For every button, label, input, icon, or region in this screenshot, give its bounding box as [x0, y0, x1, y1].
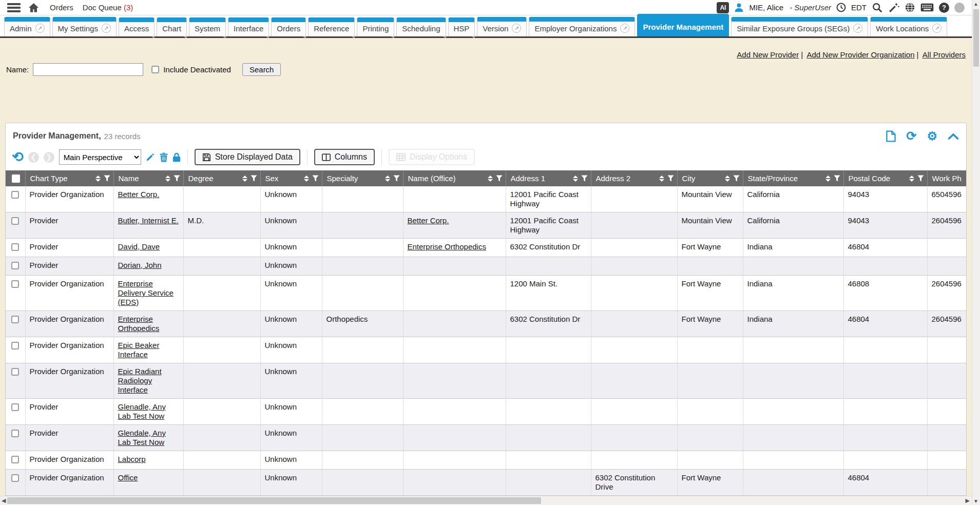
all-providers-link[interactable]: All Providers	[923, 50, 966, 59]
filter-funnel-icon[interactable]	[667, 175, 674, 182]
col-sex[interactable]: Sex	[260, 170, 322, 186]
provider-name-link[interactable]: Glendale, Any Lab Test Now	[118, 429, 166, 446]
help-icon[interactable]: ?	[939, 3, 949, 13]
scroll-right-icon[interactable]: ▶	[966, 497, 970, 504]
sort-icon[interactable]	[304, 176, 309, 182]
tab-version[interactable]: Version↗	[477, 17, 527, 36]
sort-icon[interactable]	[659, 176, 664, 182]
provider-name-link[interactable]: Enterprise Orthopedics	[118, 315, 160, 333]
row-checkbox[interactable]	[11, 243, 19, 251]
filter-funnel-icon[interactable]	[581, 175, 588, 182]
external-link-icon[interactable]: ↗	[932, 24, 941, 33]
filter-funnel-icon[interactable]	[393, 175, 400, 182]
filter-funnel-icon[interactable]	[834, 175, 840, 182]
row-checkbox[interactable]	[11, 430, 19, 437]
col-postal-code[interactable]: Postal Code	[843, 170, 927, 186]
filter-funnel-icon[interactable]	[312, 175, 319, 182]
vertical-scrollbar[interactable]: ▲ ▼	[972, 0, 980, 505]
nav-doc-queue[interactable]: Doc Queue (3)	[83, 3, 133, 12]
provider-name-link[interactable]: Butler, Internist E.	[118, 216, 179, 225]
col-address1[interactable]: Address 1	[506, 170, 591, 186]
tab-printing[interactable]: Printing	[357, 17, 394, 36]
history-back-icon[interactable]: ❮	[28, 152, 39, 163]
provider-name-link[interactable]: Enterprise Delivery Service (EDS)	[118, 279, 174, 306]
filter-funnel-icon[interactable]	[496, 175, 503, 182]
office-name-link[interactable]: Enterprise Orthopedics	[408, 242, 486, 251]
sort-icon[interactable]	[825, 176, 831, 182]
history-forward-icon[interactable]: ❯	[44, 152, 54, 163]
delete-trash-icon[interactable]	[160, 152, 168, 162]
sort-icon[interactable]	[573, 176, 578, 182]
col-specialty[interactable]: Specialty	[322, 170, 403, 186]
external-link-icon[interactable]: ↗	[102, 24, 111, 33]
edit-pencil-icon[interactable]	[146, 152, 155, 162]
provider-name-link[interactable]: Dorian, John	[118, 261, 162, 269]
tab-admin[interactable]: Admin↗	[4, 17, 50, 36]
row-checkbox[interactable]	[11, 217, 19, 225]
tab-hsp[interactable]: HSP	[448, 17, 475, 36]
tab-reference[interactable]: Reference	[308, 17, 355, 36]
sort-icon[interactable]	[725, 176, 730, 182]
new-document-icon[interactable]	[886, 130, 896, 142]
sort-icon[interactable]	[95, 176, 101, 182]
tab-work-locations[interactable]: Work Locations↗	[870, 17, 947, 36]
provider-name-link[interactable]: Epic Radiant Radiology Interface	[118, 367, 162, 394]
col-name[interactable]: Name	[113, 170, 183, 186]
clock-icon[interactable]	[836, 3, 846, 12]
filter-funnel-icon[interactable]	[917, 175, 924, 182]
tab-employer-organizations[interactable]: Employer Organizations↗	[529, 17, 635, 36]
row-checkbox[interactable]	[11, 403, 19, 411]
row-checkbox[interactable]	[11, 262, 19, 269]
nav-orders[interactable]: Orders	[50, 3, 73, 12]
tab-interface[interactable]: Interface	[228, 17, 269, 36]
external-link-icon[interactable]: ↗	[512, 24, 521, 33]
avatar[interactable]	[954, 3, 965, 13]
user-name[interactable]: MIE, Alice	[749, 3, 783, 12]
col-chart-type[interactable]: Chart Type	[25, 170, 113, 186]
tab-orders[interactable]: Orders	[271, 17, 306, 36]
tab-provider-management[interactable]: Provider Management	[637, 14, 729, 36]
magic-wand-icon[interactable]	[888, 2, 899, 13]
row-checkbox[interactable]	[11, 456, 19, 463]
keyboard-icon[interactable]	[920, 3, 934, 12]
sort-icon[interactable]	[165, 176, 170, 182]
filter-funnel-icon[interactable]	[174, 175, 180, 182]
external-link-icon[interactable]: ↗	[853, 24, 862, 33]
sort-icon[interactable]	[242, 176, 247, 182]
provider-name-link[interactable]: Office	[118, 473, 138, 482]
tab-system[interactable]: System	[189, 17, 226, 36]
search-button[interactable]: Search	[242, 63, 281, 76]
select-all-checkbox[interactable]	[12, 174, 20, 183]
sort-icon[interactable]	[488, 176, 493, 182]
store-displayed-data-button[interactable]: Store Displayed Data	[195, 149, 300, 165]
filter-funnel-icon[interactable]	[104, 175, 110, 182]
scroll-down-icon[interactable]: ▼	[973, 498, 978, 504]
col-degree[interactable]: Degree	[183, 170, 260, 186]
gear-icon[interactable]: ⚙	[927, 129, 937, 143]
collapse-chevron-icon[interactable]	[948, 133, 959, 140]
horizontal-scrollbar[interactable]: ◀ ▶	[0, 496, 972, 505]
sort-icon[interactable]	[909, 176, 914, 182]
external-link-icon[interactable]: ↗	[35, 24, 45, 33]
undo-icon[interactable]: ⟲	[12, 151, 24, 163]
tab-access[interactable]: Access	[119, 17, 155, 36]
row-checkbox[interactable]	[11, 342, 19, 349]
scroll-left-icon[interactable]: ◀	[2, 497, 6, 504]
hamburger-menu-icon[interactable]	[7, 3, 21, 12]
home-icon[interactable]	[28, 2, 40, 13]
provider-name-link[interactable]: Epic Beaker Interface	[118, 341, 160, 359]
ai-badge[interactable]: AI	[717, 2, 729, 13]
tab-scheduling[interactable]: Scheduling	[396, 17, 446, 36]
external-link-icon[interactable]: ↗	[620, 24, 629, 33]
horizontal-scrollbar-thumb[interactable]	[7, 497, 541, 504]
add-new-provider-link[interactable]: Add New Provider	[737, 50, 799, 59]
add-new-provider-organization-link[interactable]: Add New Provider Organization	[806, 50, 914, 59]
row-checkbox[interactable]	[11, 191, 19, 199]
refresh-icon[interactable]: ⟳	[906, 129, 916, 143]
filter-funnel-icon[interactable]	[733, 175, 740, 182]
search-icon[interactable]	[872, 2, 883, 13]
tab-my-settings[interactable]: My Settings↗	[52, 17, 117, 36]
vertical-scrollbar-thumb[interactable]	[973, 9, 979, 67]
row-checkbox[interactable]	[11, 474, 19, 482]
scroll-up-icon[interactable]: ▲	[973, 1, 978, 7]
